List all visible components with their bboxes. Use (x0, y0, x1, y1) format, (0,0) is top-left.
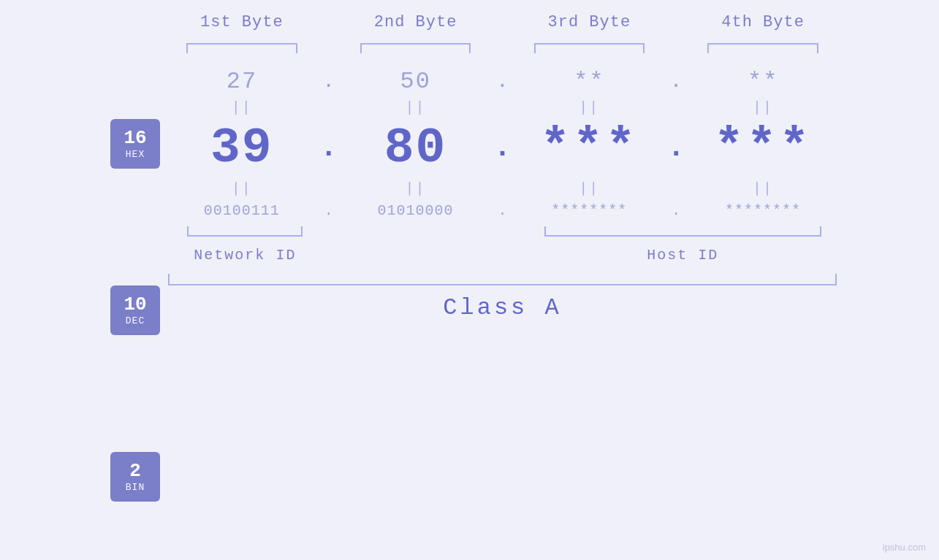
dec-dot1: . (320, 131, 338, 167)
watermark: ipshu.com (883, 542, 926, 553)
byte2-header: 2nd Byte (342, 13, 490, 31)
eq-row2: || || || || (168, 180, 837, 198)
bin-badge-number: 2 (129, 461, 141, 482)
eq2: || (406, 99, 426, 116)
eq3b: || (579, 180, 599, 197)
bin-badge: 2 BIN (110, 452, 160, 502)
hex-val3: ** (574, 68, 604, 95)
eq2b: || (406, 180, 426, 197)
dec-badge-label: DEC (126, 315, 145, 326)
hex-dot3: . (670, 70, 683, 93)
hex-dot2: . (496, 70, 509, 93)
bottom-brackets-row (168, 226, 837, 244)
byte1-header: 1st Byte (168, 13, 316, 31)
hex-row: 27 . 50 . ** . ** (168, 68, 837, 95)
big-bracket (168, 274, 837, 285)
dec-dot2: . (493, 131, 511, 167)
hex-dot1: . (322, 70, 335, 93)
hex-val1: 27 (227, 68, 257, 95)
eq-row: || || || || (168, 99, 837, 117)
bin-dot2: . (498, 202, 506, 219)
dec-row: 39 . 80 . *** . *** (168, 120, 837, 176)
bin-val4: ******** (725, 202, 801, 219)
class-row: Class A (168, 294, 837, 321)
bin-row: 00100111 . 01010000 . ******** . (168, 202, 837, 219)
hex-val4: ** (748, 68, 778, 95)
bin-dot1: . (324, 202, 333, 219)
bin-badge-label: BIN (126, 482, 145, 493)
hex-badge-label: HEX (126, 149, 145, 160)
hex-val2: 50 (400, 68, 430, 95)
eq3: || (579, 99, 599, 116)
dec-val3: *** (540, 120, 638, 176)
dec-dot3: . (667, 131, 685, 167)
hex-badge: 16 HEX (110, 119, 160, 169)
dec-val2: 80 (384, 120, 447, 176)
dec-badge: 10 DEC (110, 285, 160, 335)
dec-badge-number: 10 (123, 294, 146, 315)
bin-val3: ******** (551, 202, 627, 219)
eq4: || (753, 99, 773, 116)
host-id-label: Host ID (647, 247, 718, 264)
class-label: Class A (443, 294, 561, 321)
hex-badge-number: 16 (123, 128, 146, 149)
bin-dot3: . (672, 202, 680, 219)
dec-val1: 39 (210, 120, 273, 176)
network-id-label: Network ID (194, 247, 296, 264)
bin-val1: 00100111 (204, 202, 280, 219)
eq1b: || (232, 180, 252, 197)
dec-val4: *** (714, 120, 812, 176)
bin-val2: 01010000 (378, 202, 454, 219)
eq1: || (232, 99, 252, 116)
eq4b: || (753, 180, 773, 197)
labels-row: Network ID Host ID (168, 247, 837, 264)
byte4-header: 4th Byte (689, 13, 837, 31)
byte3-header: 3rd Byte (516, 13, 664, 31)
